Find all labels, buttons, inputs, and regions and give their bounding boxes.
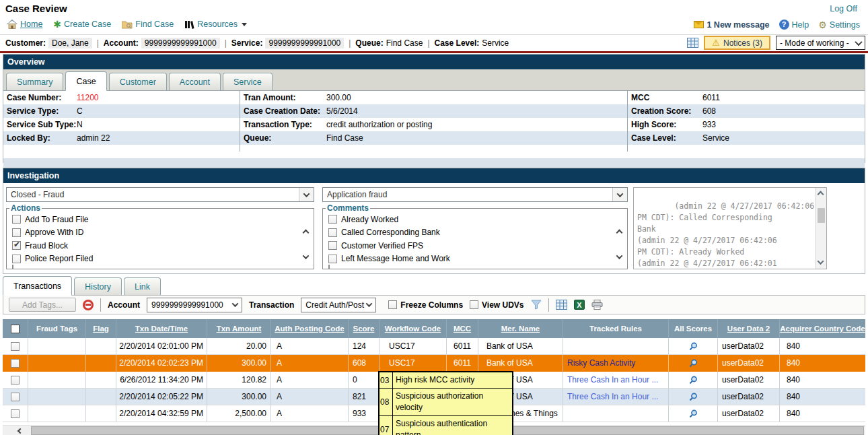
view-udvs-checkbox[interactable]: View UDVs	[470, 300, 523, 310]
select-all-checkbox-cell[interactable]	[3, 319, 28, 338]
checkbox[interactable]	[328, 241, 337, 250]
scroll-up-icon[interactable]	[818, 191, 824, 198]
select-all-checkbox[interactable]	[11, 325, 20, 333]
new-message-link[interactable]: 1 New message	[694, 20, 769, 30]
case-status-select[interactable]: Closed - Fraud	[6, 187, 314, 202]
all-scores-cell[interactable]	[669, 372, 718, 389]
auth-code-cell: A	[271, 405, 349, 422]
col-txn-amount[interactable]: Txn Amount	[207, 319, 271, 338]
col-user-data-2[interactable]: User Data 2	[718, 319, 780, 338]
transaction-select[interactable]: Credit Auth/Post	[301, 298, 376, 312]
row-checkbox-cell[interactable]	[3, 355, 28, 372]
table-icon[interactable]	[687, 38, 698, 48]
checkbox[interactable]	[12, 215, 21, 224]
checkbox[interactable]	[388, 300, 397, 309]
tab-customer[interactable]: Customer	[109, 73, 167, 90]
detail-row: Service Sub Type:N	[3, 118, 240, 131]
notices-label: Notices (3)	[723, 38, 762, 48]
nav-settings[interactable]: ⚙ Settings	[818, 20, 860, 30]
tab-link[interactable]: Link	[124, 277, 161, 295]
freeze-columns-checkbox[interactable]: Freeze Columns	[388, 300, 463, 310]
tab-case[interactable]: Case	[65, 71, 106, 91]
add-tags-button[interactable]: Add Tags...	[9, 298, 76, 312]
col-score[interactable]: Score	[349, 319, 379, 338]
detail-row: Case Creation Date:5/6/2014	[240, 104, 627, 118]
magnifier-icon	[688, 409, 698, 419]
user-data-2-cell: userData02	[718, 389, 780, 405]
col-mcc[interactable]: MCC	[447, 319, 478, 338]
tracked-rules-link[interactable]: Three Cash In an Hour ...	[563, 372, 669, 389]
tab-service[interactable]: Service	[223, 73, 273, 90]
acquirer-cell: 840	[780, 355, 865, 372]
checkbox[interactable]	[470, 300, 478, 309]
col-workflow-code[interactable]: Workflow Code	[379, 319, 447, 338]
row-checkbox[interactable]	[11, 409, 20, 418]
row-checkbox[interactable]	[11, 342, 20, 351]
action-add-to-fraud-file[interactable]: Add To Fraud File	[7, 213, 314, 226]
col-mer-name[interactable]: Mer. Name	[478, 319, 563, 338]
checkbox[interactable]	[328, 255, 337, 263]
funnel-icon[interactable]	[531, 300, 542, 310]
comment-called-corresponding-bank[interactable]: Called Corresponding Bank	[323, 226, 627, 240]
chevron-down-icon	[242, 23, 247, 26]
col-auth-posting-code[interactable]: Auth Posting Code	[271, 319, 349, 338]
row-checkbox-cell[interactable]	[3, 372, 28, 389]
row-checkbox[interactable]	[11, 376, 20, 384]
nav-home[interactable]: Home	[7, 20, 42, 29]
case-creation-date-label: Case Creation Date:	[244, 106, 326, 116]
row-checkbox-cell[interactable]	[3, 405, 28, 422]
nav-help[interactable]: ? Help	[779, 20, 809, 30]
excel-icon[interactable]: X	[574, 300, 585, 310]
all-scores-cell[interactable]	[669, 389, 718, 405]
col-txn-date-time[interactable]: Txn Date/Time	[116, 319, 207, 338]
row-checkbox-cell[interactable]	[3, 389, 28, 405]
magnifier-icon	[688, 341, 698, 352]
nav-create-case[interactable]: ✱ Create Case	[53, 20, 111, 29]
nav-find-case[interactable]: Find Case	[122, 20, 174, 29]
all-scores-cell[interactable]	[669, 338, 718, 355]
log-scrollbar[interactable]	[815, 188, 826, 269]
comment-left-message-home-and-work[interactable]: Left Message Home and Work	[323, 253, 627, 266]
scrollbar-thumb[interactable]	[818, 208, 825, 223]
scroll-left-button[interactable]	[13, 426, 27, 435]
checkbox[interactable]	[328, 228, 337, 237]
row-checkbox[interactable]	[11, 393, 20, 401]
checkbox[interactable]	[12, 241, 21, 250]
action-fraud-block[interactable]: Fraud Block	[7, 239, 314, 253]
no-entry-icon[interactable]	[83, 300, 94, 310]
tracked-rules-link[interactable]: Risky Cash Activity	[563, 355, 669, 372]
mode-of-working-select[interactable]: - Mode of working -	[776, 36, 865, 50]
dropdown-button[interactable]	[612, 188, 627, 201]
checkbox[interactable]	[328, 215, 337, 224]
tab-account[interactable]: Account	[169, 73, 221, 90]
action-approve-with-id[interactable]: Approve With ID	[7, 226, 314, 240]
scroll-down-icon[interactable]	[818, 258, 824, 265]
row-checkbox-cell[interactable]	[3, 338, 28, 355]
col-flag[interactable]: Flag	[86, 319, 116, 338]
table-row-selected[interactable]: 2/20/2014 02:02:23 PM 300.00 A 608 USC17…	[3, 355, 865, 372]
nav-resources[interactable]: Resources	[184, 20, 247, 29]
account-select[interactable]: 9999999999991000	[147, 298, 242, 312]
table-icon[interactable]	[556, 300, 567, 310]
table-row[interactable]: 2/20/2014 02:01:00 PM 20.00 A 124 USC17 …	[3, 338, 865, 355]
tab-history[interactable]: History	[74, 277, 122, 295]
all-scores-cell[interactable]	[669, 355, 718, 372]
all-scores-cell[interactable]	[669, 405, 718, 422]
checkbox[interactable]	[12, 228, 21, 237]
checkbox-label: Fraud Block	[25, 241, 68, 250]
tracked-rules-link[interactable]: Three Cash In an Hour ...	[563, 389, 669, 405]
log-off-link[interactable]: Log Off	[830, 4, 857, 13]
action-police-report-filed[interactable]: Police Report Filed	[7, 253, 314, 266]
dropdown-button[interactable]	[299, 188, 314, 201]
col-acquirer-country-code[interactable]: Acquirer Country Code	[780, 319, 865, 338]
fraud-type-select[interactable]: Application fraud	[322, 187, 628, 202]
tab-transactions[interactable]: Transactions	[3, 276, 72, 296]
notices-button[interactable]: ⚠ Notices (3)	[704, 36, 770, 50]
row-checkbox[interactable]	[11, 359, 20, 368]
comment-already-worked[interactable]: Already Worked	[323, 213, 627, 226]
investigation-log[interactable]: (admin 22 @ 4/27/2017 06:42:06 PM CDT): …	[633, 187, 827, 269]
tab-summary[interactable]: Summary	[6, 73, 63, 90]
checkbox[interactable]	[12, 255, 21, 263]
comment-customer-verified-fps[interactable]: Customer Verified FPS	[323, 239, 627, 253]
printer-icon[interactable]	[591, 300, 603, 310]
